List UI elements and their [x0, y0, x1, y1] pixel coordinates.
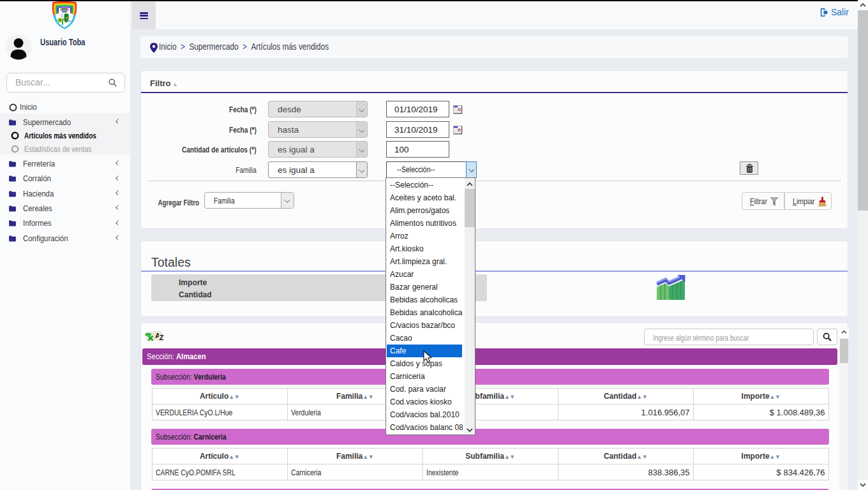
svg-text:Z: Z — [160, 334, 164, 341]
